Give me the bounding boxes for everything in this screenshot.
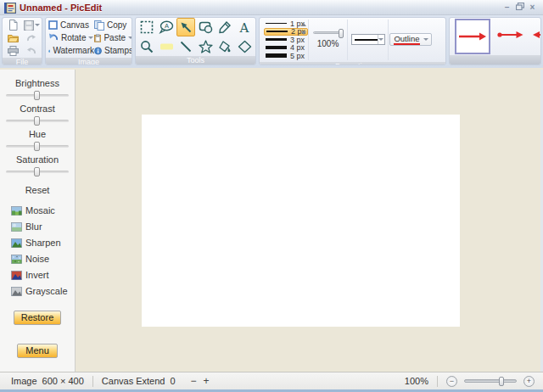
stamps-icon: [94, 46, 102, 56]
shapes-tool[interactable]: [196, 18, 215, 36]
canvas-button[interactable]: Canvas: [48, 19, 94, 31]
minimize-button[interactable]: –: [501, 1, 513, 14]
status-canvas-extend-label: Canvas Extend: [102, 376, 165, 386]
arrow-style-selected[interactable]: [455, 19, 490, 54]
pencil-tool[interactable]: [216, 18, 234, 36]
line-tool[interactable]: [176, 37, 195, 56]
arrow-tool-selected[interactable]: [176, 18, 195, 36]
saturation-slider[interactable]: [6, 171, 69, 173]
menu-button[interactable]: Menu: [17, 344, 58, 358]
new-file-button[interactable]: [3, 19, 22, 31]
zoom-tool[interactable]: [137, 37, 156, 56]
properties-group-label: Properties: [260, 62, 445, 66]
zoom-in-button[interactable]: +: [523, 376, 535, 387]
line-width-option[interactable]: 4 px: [264, 44, 306, 53]
close-button[interactable]: ×: [526, 1, 539, 14]
brightness-label: Brightness: [0, 78, 75, 88]
line-width-option[interactable]: 5 px: [264, 52, 306, 60]
status-image-size: 600 × 400: [42, 376, 84, 386]
status-zoom-value: 100%: [405, 376, 428, 386]
maximize-button[interactable]: [513, 1, 526, 14]
zoom-out-button[interactable]: −: [446, 376, 457, 387]
save-dropdown-caret[interactable]: [35, 24, 40, 26]
brightness-slider[interactable]: [6, 94, 69, 97]
effect-noise[interactable]: Noise: [0, 254, 75, 264]
fill-tool[interactable]: [216, 37, 234, 56]
arrow-style-left[interactable]: [531, 29, 540, 44]
reset-link[interactable]: Reset: [0, 185, 75, 195]
dot-arrow-icon: [497, 29, 524, 41]
redo-button[interactable]: [22, 31, 41, 44]
opacity-slider-thumb[interactable]: [339, 29, 344, 38]
line-style-caret[interactable]: [378, 35, 384, 44]
hue-slider[interactable]: [6, 145, 69, 148]
text-tool[interactable]: A: [235, 18, 254, 36]
watermark-button[interactable]: Watermark: [48, 44, 94, 57]
line-sample-4px: [266, 46, 287, 49]
print-button[interactable]: [3, 44, 22, 57]
outline-control: Outline: [389, 20, 433, 60]
rotate-dropdown-caret[interactable]: [88, 36, 93, 39]
line-style-sample: [355, 39, 378, 41]
restore-button[interactable]: Restore: [14, 311, 61, 325]
effect-mosaic[interactable]: Mosaic: [0, 205, 75, 216]
width-spin-down[interactable]: [301, 31, 306, 35]
ribbon-group-arrow-styles: [449, 17, 541, 65]
copy-icon: [94, 20, 104, 31]
width-spin-up[interactable]: [301, 23, 306, 26]
eraser-tool[interactable]: [235, 37, 254, 56]
star-icon: [199, 40, 213, 53]
paste-button[interactable]: Paste: [94, 31, 132, 44]
marquee-selection-icon: [140, 20, 154, 34]
contrast-slider-thumb[interactable]: [34, 116, 40, 126]
line-style-control: [348, 20, 389, 60]
main-area: Brightness Contrast Hue Saturation Reset…: [0, 70, 543, 372]
hue-slider-thumb[interactable]: [34, 142, 40, 151]
outline-caret[interactable]: [423, 34, 429, 45]
highlighter-tool[interactable]: [157, 37, 176, 56]
noise-effect-icon: [11, 255, 22, 264]
invert-effect-icon: [11, 271, 22, 280]
paste-dropdown-caret[interactable]: [128, 36, 132, 39]
canvas-workspace[interactable]: [76, 70, 543, 372]
callout-tool[interactable]: A: [157, 18, 176, 36]
canvas-extend-decrease-button[interactable]: −: [188, 375, 200, 387]
stamps-button[interactable]: Stamps: [94, 44, 132, 57]
brightness-slider-thumb[interactable]: [34, 91, 40, 100]
zoom-slider-thumb[interactable]: [499, 377, 504, 386]
redo-icon: [26, 34, 36, 42]
new-document-icon: [8, 20, 18, 31]
ribbon: File Canvas Copy Rotate: [0, 15, 543, 68]
open-folder-icon: [8, 33, 19, 42]
line-style-select[interactable]: [351, 34, 385, 45]
effect-grayscale[interactable]: Grayscale: [0, 286, 75, 296]
rotate-button[interactable]: Rotate: [48, 31, 94, 44]
open-button[interactable]: [3, 31, 22, 44]
effect-sharpen[interactable]: Sharpen: [0, 238, 75, 248]
ribbon-group-file: File: [2, 17, 42, 65]
opacity-value: 100%: [317, 39, 339, 48]
arrow-style-dot-start[interactable]: [497, 29, 524, 44]
effect-invert[interactable]: Invert: [0, 270, 75, 280]
opacity-slider[interactable]: [313, 31, 344, 34]
effect-blur[interactable]: Blur: [0, 221, 75, 232]
paste-icon: [94, 33, 101, 43]
star-tool[interactable]: [196, 37, 215, 56]
outline-button[interactable]: Outline: [389, 33, 431, 46]
image-group-label: Image: [46, 58, 132, 65]
saturation-slider-thumb[interactable]: [34, 167, 40, 176]
print-icon: [8, 46, 19, 56]
line-width-option[interactable]: 3 px: [264, 36, 306, 44]
watermark-droplet-icon: [48, 46, 50, 56]
contrast-slider[interactable]: [6, 120, 69, 122]
selection-tool[interactable]: [137, 18, 156, 36]
line-width-option[interactable]: 1 px: [264, 20, 306, 28]
save-button[interactable]: [22, 19, 41, 31]
undo-button[interactable]: [22, 44, 41, 57]
copy-button[interactable]: Copy: [94, 19, 132, 31]
svg-text:A: A: [165, 22, 169, 30]
zoom-slider[interactable]: [464, 379, 517, 383]
canvas-extend-increase-button[interactable]: +: [200, 375, 213, 387]
window-title: Unnamed - PicEdit: [20, 3, 501, 13]
image-canvas[interactable]: [142, 115, 460, 327]
